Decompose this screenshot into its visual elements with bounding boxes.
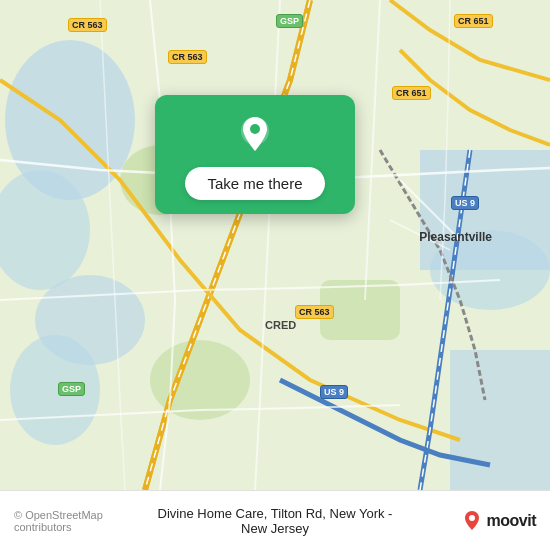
road-badge-us9-1: US 9 <box>451 196 479 210</box>
location-name: Divine Home Care, Tilton Rd, New York - … <box>145 506 406 536</box>
road-badge-us9-2: US 9 <box>320 385 348 399</box>
map-container: CR 563 CR 563 CR 563 GSP GSP GSP CR 651 … <box>0 0 550 490</box>
road-badge-cr651-1: CR 651 <box>454 14 493 28</box>
road-badge-cr563-3: CR 563 <box>295 305 334 319</box>
svg-point-12 <box>250 124 260 134</box>
copyright-text: © OpenStreetMap contributors <box>14 509 145 533</box>
map-background <box>0 0 550 490</box>
road-badge-cr651-2: CR 651 <box>392 86 431 100</box>
svg-rect-7 <box>450 350 550 490</box>
location-pin-icon <box>233 113 277 157</box>
svg-point-4 <box>10 335 100 445</box>
svg-point-13 <box>469 515 475 521</box>
road-badge-gsp-1: GSP <box>276 14 303 28</box>
road-badge-cr563-2: CR 563 <box>168 50 207 64</box>
bottom-bar: © OpenStreetMap contributors Divine Home… <box>0 490 550 550</box>
moovit-logo: moovit <box>406 510 537 532</box>
moovit-pin-icon <box>461 510 483 532</box>
popup-card: Take me there <box>155 95 355 214</box>
road-badge-cr563-1: CR 563 <box>68 18 107 32</box>
moovit-text: moovit <box>487 512 536 530</box>
take-me-there-button[interactable]: Take me there <box>185 167 324 200</box>
road-badge-gsp-3: GSP <box>58 382 85 396</box>
